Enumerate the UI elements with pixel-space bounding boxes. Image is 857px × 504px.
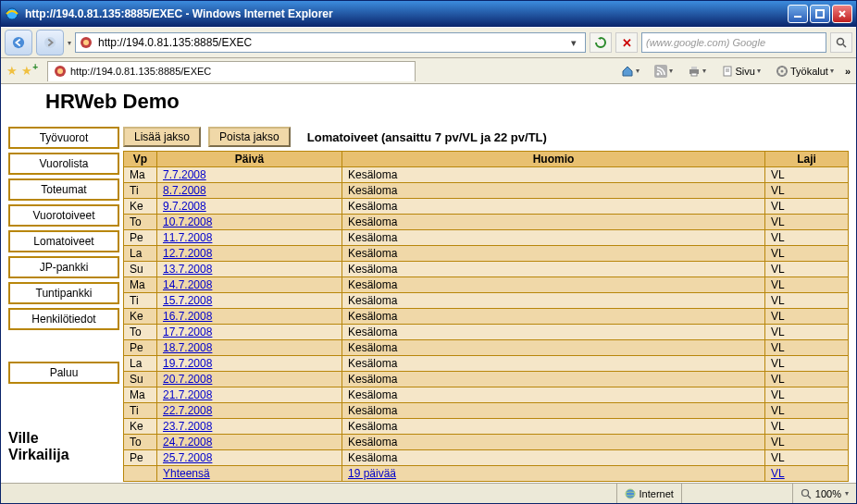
refresh-button[interactable] (590, 32, 612, 53)
feeds-button[interactable]: ▾ (651, 63, 677, 80)
cell-weekday: To (124, 435, 157, 450)
cell-note: Kesäloma (342, 199, 765, 215)
toolbar-overflow-icon[interactable]: » (845, 66, 851, 77)
date-link[interactable]: 22.7.2008 (163, 404, 212, 417)
col-weekday: Vp (124, 152, 157, 167)
date-link[interactable]: 19.7.2008 (163, 357, 212, 370)
sidebar-item-4[interactable]: Lomatoiveet (8, 230, 119, 252)
cell-weekday: Ti (124, 293, 157, 309)
browser-tab[interactable]: http://194.0.81.135:8885/EXEC (47, 61, 416, 81)
total-type-link[interactable]: VL (771, 467, 785, 480)
table-row: Ma14.7.2008KesälomaVL (124, 277, 849, 293)
cell-note: Kesäloma (342, 230, 765, 246)
sidebar-item-1[interactable]: Vuorolista (8, 153, 119, 175)
date-link[interactable]: 12.7.2008 (163, 247, 212, 260)
cell-type: VL (765, 340, 849, 356)
address-dropdown-icon[interactable]: ▾ (566, 37, 581, 49)
add-period-button[interactable]: Lisää jakso (123, 127, 201, 147)
close-button[interactable] (832, 5, 852, 23)
cell-type: VL (765, 246, 849, 262)
zoom-control[interactable]: 100% ▾ (792, 484, 856, 503)
date-link[interactable]: 16.7.2008 (163, 310, 212, 323)
page-menu[interactable]: Sivu▾ (717, 63, 764, 80)
url-input[interactable] (96, 35, 566, 50)
cell-note: Kesäloma (342, 403, 765, 419)
svg-point-23 (801, 489, 808, 496)
sidebar-item-3[interactable]: Vuorotoiveet (8, 204, 119, 227)
date-link[interactable]: 8.7.2008 (163, 184, 206, 197)
home-button[interactable]: ▾ (617, 63, 643, 80)
cell-weekday: To (124, 215, 157, 230)
date-link[interactable]: 14.7.2008 (163, 278, 212, 291)
sidebar-item-6[interactable]: Tuntipankki (8, 282, 119, 304)
date-link[interactable]: 18.7.2008 (163, 341, 212, 354)
cell-type: VL (765, 403, 849, 419)
svg-rect-2 (816, 10, 824, 18)
cell-date: 17.7.2008 (157, 325, 342, 340)
stop-button[interactable]: ✕ (615, 32, 638, 53)
cell-note: Kesäloma (342, 277, 765, 293)
sidebar-item-5[interactable]: JP-pankki (8, 256, 119, 278)
date-link[interactable]: 15.7.2008 (163, 294, 212, 307)
cell-date: 24.7.2008 (157, 435, 342, 450)
cell-date: 13.7.2008 (157, 262, 342, 277)
date-link[interactable]: 23.7.2008 (163, 420, 212, 433)
cell-note: Kesäloma (342, 340, 765, 356)
address-bar[interactable]: ▾ (75, 32, 586, 53)
date-link[interactable]: 11.7.2008 (163, 231, 212, 244)
cell-type: VL (765, 199, 849, 215)
cell-note: Kesäloma (342, 387, 765, 403)
add-favorite-icon[interactable]: ★ (21, 64, 32, 78)
sidebar-item-0[interactable]: Työvuorot (8, 127, 119, 149)
minimize-button[interactable] (788, 5, 808, 23)
cell-weekday: Pe (124, 340, 157, 356)
cell-weekday: Ma (124, 387, 157, 403)
sidebar-item-2[interactable]: Toteumat (8, 178, 119, 201)
cell-weekday: Ma (124, 167, 157, 183)
date-link[interactable]: 7.7.2008 (163, 168, 206, 181)
maximize-button[interactable] (810, 5, 830, 23)
nav-history-dropdown[interactable]: ▾ (68, 39, 71, 47)
tools-menu[interactable]: Työkalut▾ (772, 63, 838, 80)
vacation-table: Vp Päivä Huomio Laji Ma7.7.2008KesälomaV… (123, 151, 849, 482)
date-link[interactable]: 10.7.2008 (163, 215, 212, 228)
total-days-link[interactable]: 19 päivää (348, 467, 396, 480)
cell-date: 23.7.2008 (157, 419, 342, 435)
cell-date: 7.7.2008 (157, 167, 342, 183)
delete-period-button[interactable]: Poista jakso (208, 127, 291, 147)
cell-note: Kesäloma (342, 183, 765, 199)
forward-button[interactable] (36, 30, 64, 55)
tab-toolbar: ★ ★ http://194.0.81.135:8885/EXEC ▾ ▾ ▾ … (1, 58, 856, 84)
security-zone: Internet (616, 484, 681, 503)
date-link[interactable]: 20.7.2008 (163, 373, 212, 386)
cell-note: Kesäloma (342, 309, 765, 325)
table-row: Ma21.7.2008KesälomaVL (124, 387, 849, 403)
date-link[interactable]: 17.7.2008 (163, 326, 212, 338)
back-button[interactable] (5, 30, 32, 55)
cell-type: VL (765, 387, 849, 403)
cell-note: Kesäloma (342, 356, 765, 372)
date-link[interactable]: 21.7.2008 (163, 388, 212, 401)
print-button[interactable]: ▾ (684, 63, 710, 80)
date-link[interactable]: 25.7.2008 (163, 451, 212, 464)
total-label-link[interactable]: Yhteensä (163, 467, 210, 480)
cell-weekday: To (124, 325, 157, 340)
sidebar: TyövuorotVuorolistaToteumatVuorotoiveetL… (1, 123, 121, 483)
search-button[interactable] (830, 32, 852, 53)
cell-weekday: Ke (124, 419, 157, 435)
sidebar-item-7[interactable]: Henkilötiedot (8, 308, 119, 330)
date-link[interactable]: 24.7.2008 (163, 436, 212, 449)
date-link[interactable]: 9.7.2008 (163, 200, 206, 213)
cell-type: VL (765, 435, 849, 450)
table-row: Pe18.7.2008KesälomaVL (124, 340, 849, 356)
section-heading: Lomatoiveet (ansaittu 7 pv/VL ja 22 pv/T… (307, 130, 547, 144)
cell-date: 18.7.2008 (157, 340, 342, 356)
date-link[interactable]: 13.7.2008 (163, 263, 212, 276)
cell-weekday: Ti (124, 403, 157, 419)
favorites-icon[interactable]: ★ (6, 64, 18, 78)
search-box[interactable]: (www.google.com) Google (641, 32, 826, 53)
cell-date: 25.7.2008 (157, 450, 342, 466)
cell-date: 14.7.2008 (157, 277, 342, 293)
cell-type: VL (765, 309, 849, 325)
sidebar-back-button[interactable]: Paluu (8, 362, 119, 384)
